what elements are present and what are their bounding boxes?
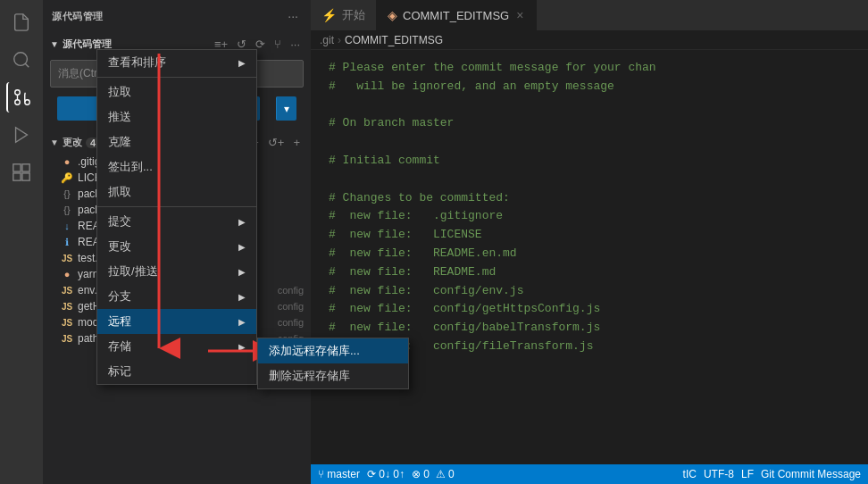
- tab-bar: ⚡ 开始 ◈ COMMIT_EDITMSG ×: [311, 0, 868, 31]
- editor-line: # new file: README.md: [311, 263, 868, 282]
- tab-start[interactable]: ⚡ 开始: [311, 0, 377, 30]
- menu-item-pull-push[interactable]: 拉取/推送 ▶: [97, 259, 256, 284]
- activity-bar: [0, 0, 43, 484]
- run-icon[interactable]: [6, 120, 37, 150]
- tab-commit-label: COMMIT_EDITMSG: [403, 9, 509, 22]
- editor: # Please enter the commit message for yo…: [311, 50, 868, 464]
- editor-line: [311, 96, 868, 115]
- editor-line: [311, 133, 868, 152]
- menu-item-tag[interactable]: 标记: [97, 359, 256, 384]
- tab-close-button[interactable]: ×: [514, 6, 525, 24]
- editor-line: # new file: .gitignore: [311, 207, 868, 226]
- menu-item-changes[interactable]: 更改 ▶: [97, 234, 256, 259]
- editor-line: # Initial commit: [311, 152, 868, 171]
- file-icon: ◈: [388, 8, 397, 22]
- svg-point-3: [15, 90, 21, 96]
- svg-marker-5: [16, 128, 28, 143]
- scm-icon[interactable]: [6, 82, 37, 113]
- menu-separator-2: [97, 206, 256, 207]
- menu-item-add-remote[interactable]: 添加远程存储库...: [258, 338, 408, 363]
- editor-line: # Please enter the commit message for yo…: [311, 59, 868, 78]
- menu-item-remote[interactable]: 远程 ▶: [97, 309, 256, 334]
- tab-start-label: 开始: [342, 7, 365, 23]
- svg-rect-9: [22, 173, 29, 180]
- chevron-right-icon: ▶: [238, 267, 246, 277]
- context-menu-overlay: 查看和排序 ▶ 拉取 推送 克隆 签出到... 抓取 提交 ▶ 更改 ▶ 拉取/…: [43, 0, 311, 484]
- extensions-icon[interactable]: [6, 157, 37, 188]
- vscode-icon: ⚡: [321, 8, 337, 22]
- chevron-right-icon: ▶: [238, 242, 246, 252]
- branch-indicator[interactable]: ⑂ master: [318, 468, 360, 480]
- breadcrumb-git: .git: [320, 34, 334, 46]
- menu-item-sort[interactable]: 查看和排序 ▶: [97, 50, 256, 75]
- sync-indicator[interactable]: ⟳ 0↓ 0↑: [367, 468, 405, 480]
- svg-rect-6: [13, 164, 21, 171]
- svg-point-0: [14, 53, 28, 66]
- chevron-right-icon: ▶: [238, 342, 246, 352]
- editor-line: [311, 171, 868, 189]
- tab-commit-editmsg[interactable]: ◈ COMMIT_EDITMSG ×: [377, 0, 537, 30]
- editor-line: # new file: config/env.js: [311, 282, 868, 301]
- files-icon[interactable]: [6, 7, 37, 38]
- search-icon[interactable]: [6, 45, 37, 75]
- chevron-right-icon: ▶: [238, 317, 246, 327]
- editor-line: # new file: config/getHttpsConfig.js: [311, 300, 868, 319]
- editor-line: # will be ignored, and an empty message: [311, 78, 868, 96]
- editor-line: # new file: LICENSE: [311, 226, 868, 245]
- menu-item-commit[interactable]: 提交 ▶: [97, 209, 256, 234]
- bottom-text: tIC: [683, 468, 697, 480]
- menu-item-clone[interactable]: 克隆: [97, 129, 256, 154]
- editor-line: # Changes to be committed:: [311, 189, 868, 208]
- menu-item-stash[interactable]: 存储 ▶: [97, 334, 256, 359]
- editor-line: # new file: config/babelTransform.js: [311, 319, 868, 338]
- chevron-right-icon: ▶: [238, 58, 246, 68]
- menu-item-remove-remote[interactable]: 删除远程存储库: [258, 363, 408, 388]
- menu-item-fetch[interactable]: 抓取: [97, 179, 256, 204]
- context-menu: 查看和排序 ▶ 拉取 推送 克隆 签出到... 抓取 提交 ▶ 更改 ▶ 拉取/…: [96, 49, 257, 385]
- main-area: ⚡ 开始 ◈ COMMIT_EDITMSG × .git › COMMIT_ED…: [311, 0, 868, 484]
- svg-rect-8: [13, 173, 21, 180]
- menu-item-pull[interactable]: 拉取: [97, 79, 256, 104]
- svg-point-4: [15, 100, 21, 105]
- breadcrumb-separator: ›: [338, 34, 341, 46]
- menu-item-branch[interactable]: 分支 ▶: [97, 284, 256, 309]
- svg-rect-7: [22, 164, 29, 171]
- breadcrumb: .git › COMMIT_EDITMSG: [311, 31, 868, 50]
- remote-submenu: 添加远程存储库... 删除远程存储库: [257, 338, 409, 389]
- menu-item-push[interactable]: 推送: [97, 104, 256, 129]
- editor-line: # On branch master: [311, 114, 868, 133]
- chevron-right-icon: ▶: [238, 292, 246, 302]
- menu-separator: [97, 77, 256, 78]
- language-indicator[interactable]: Git Commit Message: [761, 468, 861, 480]
- status-bar: ⑂ master ⟳ 0↓ 0↑ ⊗ 0 ⚠ 0 tIC UTF-8 LF Gi…: [311, 464, 868, 484]
- sidebar: 源代码管理 ··· ▼ 源代码管理 ≡+ ↺ ⟳ ⑂ ··· 消息(Ctrl+E…: [43, 0, 311, 484]
- editor-line: # new file: README.en.md: [311, 245, 868, 263]
- line-ending-indicator[interactable]: LF: [741, 468, 754, 480]
- encoding-indicator[interactable]: UTF-8: [704, 468, 734, 480]
- chevron-right-icon: ▶: [238, 217, 246, 227]
- breadcrumb-file: COMMIT_EDITMSG: [345, 34, 443, 46]
- svg-line-1: [25, 63, 29, 67]
- errors-indicator[interactable]: ⊗ 0 ⚠ 0: [412, 468, 455, 480]
- menu-item-checkout[interactable]: 签出到...: [97, 154, 256, 179]
